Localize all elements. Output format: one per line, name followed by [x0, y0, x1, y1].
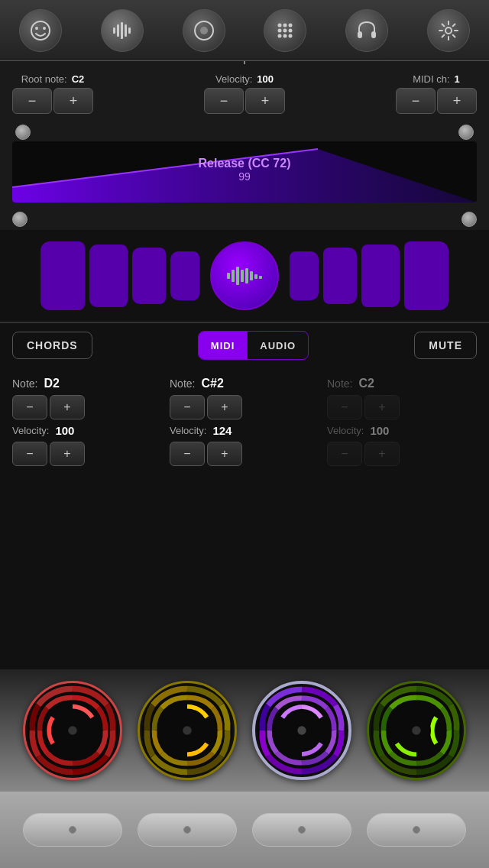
note-col-3: Note: C2 − + Velocity: 100 − + [327, 377, 477, 466]
dial-red-svg [25, 683, 120, 778]
note-1-controls: − + [12, 395, 162, 419]
bottom-pill-dot-1 [69, 826, 76, 834]
slider-handle-left[interactable] [15, 125, 31, 140]
midi-ch-minus-button[interactable]: − [396, 88, 436, 114]
dial-yellow[interactable] [138, 681, 237, 780]
svg-point-34 [68, 726, 76, 734]
midi-ch-label: MIDI ch: [413, 73, 449, 85]
svg-point-9 [200, 27, 208, 34]
svg-rect-28 [245, 268, 248, 283]
root-note-controls: − + [12, 88, 93, 114]
bottom-pill-4[interactable] [367, 813, 466, 847]
velocity-3-value: 100 [370, 424, 389, 437]
note-col-1: Note: D2 − + Velocity: 100 − + [12, 377, 162, 466]
velocity-2-minus-button[interactable]: − [170, 442, 205, 466]
audio-tab[interactable]: AUDIO [247, 332, 308, 359]
svg-point-14 [283, 28, 287, 32]
chords-button[interactable]: CHORDS [12, 332, 92, 359]
note-1-label: Note: D2 [12, 377, 162, 390]
bottom-pill-1[interactable] [23, 813, 122, 847]
velocity-2-value: 124 [212, 424, 232, 437]
svg-point-37 [183, 726, 191, 734]
velocity-2-plus-button[interactable]: + [207, 442, 242, 466]
audio-wave-icon[interactable] [101, 9, 144, 52]
note-3-text: Note: [327, 377, 352, 390]
svg-point-10 [278, 23, 282, 27]
slider-bottom-handle-left[interactable] [12, 212, 28, 227]
midi-ch-plus-button[interactable]: + [437, 88, 477, 114]
bottom-pill-2[interactable] [138, 813, 237, 847]
dial-green-svg [369, 683, 464, 778]
controls-bar: CHORDS MIDI AUDIO MUTE [0, 323, 489, 368]
velocity-1-value: 100 [55, 424, 74, 437]
slider-bottom-handle-right[interactable] [461, 212, 477, 227]
settings-icon[interactable] [427, 9, 470, 52]
slider-section: Release (CC 72) 99 [0, 125, 489, 209]
record-icon[interactable] [183, 9, 225, 52]
svg-point-12 [289, 23, 293, 27]
bottom-bar [0, 792, 489, 868]
mute-button[interactable]: MUTE [414, 332, 477, 359]
svg-point-1 [35, 27, 38, 30]
pad-right-2[interactable] [323, 248, 357, 304]
pad-left-3[interactable] [132, 248, 166, 304]
dial-red[interactable] [23, 681, 122, 780]
velocity-plus-button[interactable]: + [245, 88, 285, 114]
pad-right-3[interactable] [361, 245, 400, 307]
dial-purple[interactable] [252, 681, 351, 780]
note-1-minus-button[interactable]: − [12, 395, 47, 419]
svg-point-16 [278, 34, 282, 37]
velocity-3-text: Velocity: [327, 425, 364, 436]
pad-left-1[interactable] [40, 241, 85, 310]
velocity-label: Velocity: [215, 73, 252, 85]
bottom-pill-dot-4 [413, 826, 420, 834]
velocity-minus-button[interactable]: − [204, 88, 244, 114]
svg-marker-22 [12, 149, 477, 202]
root-note-minus-button[interactable]: − [12, 88, 52, 114]
svg-rect-19 [358, 31, 362, 38]
svg-point-2 [43, 27, 46, 30]
svg-rect-7 [128, 28, 131, 34]
note-2-plus-button[interactable]: + [207, 395, 242, 419]
pad-left-2[interactable] [89, 245, 128, 307]
pad-center-button[interactable] [210, 241, 279, 310]
pad-right-1[interactable] [290, 251, 319, 300]
root-note-plus-button[interactable]: + [53, 88, 93, 114]
velocity-value: 100 [257, 73, 274, 85]
dial-green[interactable] [367, 681, 466, 780]
note-2-minus-button[interactable]: − [170, 395, 205, 419]
svg-rect-4 [117, 24, 119, 37]
midi-ch-controls: − + [396, 88, 477, 114]
velocity-1-label: Velocity: 100 [12, 424, 162, 437]
velocity-3-label: Velocity: 100 [327, 424, 477, 437]
note-1-value: D2 [44, 377, 59, 390]
note-3-label: Note: C2 [327, 377, 477, 390]
slider-top-handles [12, 125, 477, 140]
note-controls-grid: Note: D2 − + Velocity: 100 − + Note: C#2… [0, 368, 489, 475]
svg-rect-20 [371, 31, 376, 38]
bottom-pill-dot-3 [298, 826, 306, 834]
svg-point-43 [412, 726, 420, 734]
waveform-display [225, 265, 264, 287]
velocity-1-controls: − + [12, 442, 162, 466]
svg-point-13 [278, 28, 282, 32]
svg-point-11 [283, 23, 287, 27]
pad-right-4[interactable] [404, 241, 449, 310]
svg-rect-31 [259, 276, 262, 279]
midi-tab[interactable]: MIDI [199, 332, 247, 359]
svg-rect-29 [250, 271, 253, 280]
headphone-icon[interactable] [345, 9, 388, 52]
grid-icon[interactable] [264, 9, 306, 52]
svg-rect-3 [113, 28, 115, 34]
slider-visualization[interactable]: Release (CC 72) 99 [12, 141, 477, 202]
pad-left-4[interactable] [170, 251, 199, 300]
velocity-3-plus-button: + [364, 442, 400, 466]
velocity-1-minus-button[interactable]: − [12, 442, 47, 466]
note-2-text: Note: [170, 377, 195, 390]
smiley-icon[interactable] [19, 9, 62, 52]
note-1-plus-button[interactable]: + [50, 395, 85, 419]
slider-handle-right[interactable] [458, 125, 474, 140]
bottom-pill-3[interactable] [252, 813, 351, 847]
svg-point-17 [283, 34, 287, 37]
velocity-1-plus-button[interactable]: + [50, 442, 85, 466]
